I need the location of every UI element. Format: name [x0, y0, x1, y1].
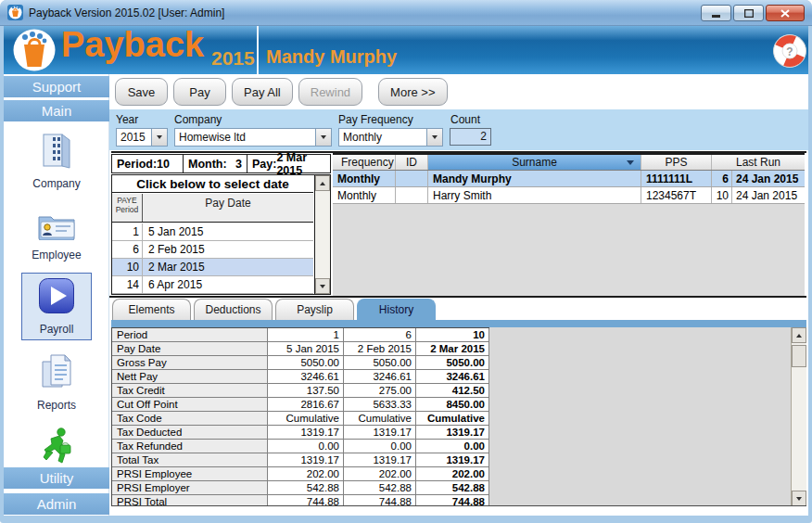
titlebar[interactable]: Payback Version 2015.02 [User: Admin]	[0, 0, 812, 26]
pay-date-row[interactable]: 62 Feb 2015	[112, 241, 313, 259]
date-selector-title: Click below to select date	[112, 175, 313, 193]
more-button[interactable]: More >>	[378, 78, 447, 106]
current-employee-name: Mandy Murphy	[266, 46, 397, 68]
sidebar-item-reports[interactable]: Reports	[4, 353, 109, 412]
employee-employee-card-icon	[37, 210, 76, 244]
column-header-surname[interactable]: Surname	[428, 155, 641, 170]
history-value-period-1: 744.88	[268, 495, 344, 506]
history-value-period-2: Cumulative	[344, 412, 416, 425]
history-row-label: PRSI Employer	[112, 481, 268, 494]
pay-label: Pay:	[252, 158, 276, 171]
history-value-period-1: 5 Jan 2015	[268, 342, 344, 355]
company-building-icon	[41, 132, 72, 172]
history-value-period-2: 5633.33	[344, 398, 416, 411]
sidebar-item-label: Company	[32, 177, 80, 190]
pay-date-cell: 2 Feb 2015	[143, 241, 205, 258]
column-header-last-run[interactable]: Last Run	[712, 155, 805, 170]
history-row-label: Period	[112, 328, 268, 341]
sort-descending-icon	[627, 160, 634, 165]
maximize-button[interactable]	[733, 5, 764, 21]
minimize-button[interactable]	[701, 5, 731, 21]
close-button[interactable]	[766, 5, 805, 21]
tab-elements[interactable]: Elements	[112, 299, 191, 320]
sidebar-item-payroll[interactable]: Payroll	[21, 273, 92, 340]
paye-period-cell: 1	[112, 223, 143, 240]
paye-period-cell: 14	[112, 276, 143, 293]
history-row-prsi-employee: PRSI Employee202.00202.00202.00	[112, 467, 489, 481]
history-row-total-tax: Total Tax1319.171319.171319.17	[112, 453, 489, 467]
history-value-period-2: 1319.17	[344, 453, 416, 466]
scroll-down-icon[interactable]	[792, 491, 806, 506]
tab-deductions[interactable]: Deductions	[194, 299, 273, 320]
toolbar: SavePayPay AllRewindMore >>	[115, 78, 448, 106]
count-label: Count	[450, 113, 480, 126]
history-value-period-1: 2816.67	[268, 398, 344, 411]
history-value-period-3: 10	[416, 328, 489, 341]
paye-period-cell: 10	[112, 259, 143, 275]
pay-date-column-header: Pay Date	[143, 194, 313, 222]
sidebar-item-label: Employee	[32, 249, 81, 262]
pay-date-row[interactable]: 102 Mar 2015	[112, 259, 313, 276]
period-value: 10	[157, 158, 170, 171]
period-info-pay: Pay:2 Mar 2015	[247, 155, 330, 172]
pay-date-row[interactable]: 15 Jan 2015	[112, 223, 313, 241]
scroll-up-icon[interactable]	[792, 327, 806, 343]
employee-row[interactable]: MonthlyHarry Smith1234567T1024 Jan 2015	[333, 187, 805, 204]
history-value-period-2: 5050.00	[344, 356, 416, 369]
sidebar-section-utility[interactable]: Utility	[4, 467, 109, 489]
employee-grid-header: FrequencyIDSurnamePPSLast Run	[333, 155, 805, 171]
history-row-label: Nett Pay	[112, 370, 268, 383]
history-value-period-3: 744.88	[416, 495, 489, 506]
svg-text:?: ?	[786, 45, 793, 58]
pay-frequency-dropdown[interactable]: Monthly	[338, 128, 443, 147]
window-title: Payback Version 2015.02 [User: Admin]	[29, 6, 224, 19]
history-row-nett-pay: Nett Pay3246.613246.613246.61	[112, 370, 489, 384]
save-button[interactable]: Save	[115, 78, 168, 106]
app-header: Payback 2015 Mandy Murphy ?	[4, 26, 808, 74]
employee-cell: Harry Smith	[428, 187, 641, 203]
history-value-period-3: 3246.61	[416, 370, 489, 383]
history-value-period-1: 202.00	[268, 467, 344, 480]
pay-date-row[interactable]: 184 May 2015	[112, 294, 313, 295]
month-value: 3	[235, 158, 242, 171]
year-dropdown-value: 2015	[117, 129, 151, 146]
employee-cell: 24 Jan 2015	[732, 171, 805, 186]
scrollbar-thumb[interactable]	[792, 345, 806, 367]
sidebar-item-employee[interactable]: Employee	[4, 210, 109, 262]
sidebar-section-main[interactable]: Main	[4, 100, 109, 121]
help-lifebuoy-icon[interactable]: ?	[772, 33, 807, 69]
scroll-down-icon[interactable]	[315, 278, 330, 294]
sidebar-section-support[interactable]: Support	[4, 76, 109, 97]
payback-logo-icon	[13, 29, 56, 71]
history-value-period-3: 1319.17	[416, 453, 489, 466]
tab-payslip[interactable]: Payslip	[275, 299, 354, 320]
history-value-period-2: 0.00	[344, 440, 416, 453]
history-scrollbar[interactable]	[791, 327, 806, 506]
date-list-scrollbar[interactable]	[314, 175, 330, 294]
year-dropdown[interactable]: 2015	[116, 128, 168, 147]
count-field[interactable]: 2	[450, 128, 491, 146]
history-value-period-2: 1319.17	[344, 426, 416, 439]
company-dropdown[interactable]: Homewise ltd	[174, 128, 332, 147]
history-value-period-1: 5050.00	[268, 356, 344, 369]
pay-date-selector: Click below to select date PAYE Period P…	[111, 174, 331, 295]
pay-all-button[interactable]: Pay All	[232, 78, 293, 106]
history-value-period-3: 0.00	[416, 440, 489, 453]
history-row-cut-off-point: Cut Off Point2816.675633.338450.00	[112, 398, 489, 412]
column-header-pps[interactable]: PPS	[641, 155, 712, 170]
history-row-gross-pay: Gross Pay5050.005050.005050.00	[112, 356, 489, 370]
month-label: Month:	[188, 158, 227, 171]
column-header-frequency[interactable]: Frequency	[333, 155, 396, 170]
pay-button[interactable]: Pay	[173, 78, 226, 106]
sidebar-section-admin[interactable]: Admin	[4, 493, 109, 515]
column-header-id[interactable]: ID	[396, 155, 428, 170]
column-header-label: ID	[406, 156, 417, 169]
history-row-label: Tax Deducted	[112, 426, 268, 439]
tab-history[interactable]: History	[357, 299, 436, 320]
detail-tabs: ElementsDeductionsPayslipHistory	[112, 299, 436, 320]
sidebar-item-company[interactable]: Company	[4, 132, 109, 190]
pay-date-row[interactable]: 146 Apr 2015	[112, 276, 313, 294]
employee-row[interactable]: MonthlyMandy Murphy1111111L624 Jan 2015	[333, 171, 805, 187]
separator-line	[109, 296, 806, 298]
scroll-up-icon[interactable]	[315, 175, 330, 191]
